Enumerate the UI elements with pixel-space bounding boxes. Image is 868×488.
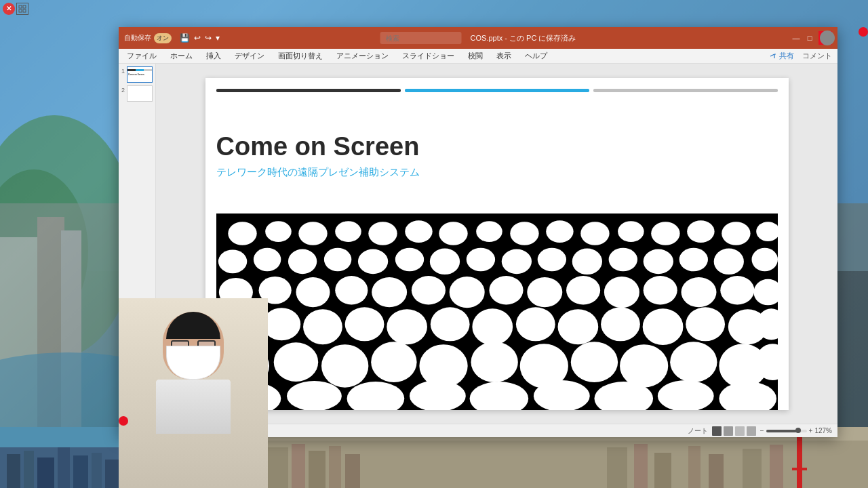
svg-point-87 xyxy=(286,381,341,410)
menu-review[interactable]: 校閲 xyxy=(465,49,486,62)
svg-point-66 xyxy=(472,308,513,345)
close-icon[interactable]: ✕ xyxy=(3,3,15,15)
toolbar-icons: 💾 ↩ ↪ ▾ xyxy=(180,33,220,43)
svg-point-63 xyxy=(344,307,384,341)
maximize-button[interactable]: □ xyxy=(805,33,814,43)
share-icon xyxy=(769,52,777,60)
reading-view-icon[interactable] xyxy=(735,426,745,436)
svg-point-19 xyxy=(439,222,467,245)
presentation-icon[interactable] xyxy=(747,426,756,436)
svg-point-29 xyxy=(218,249,246,273)
undo-icon[interactable]: ↩ xyxy=(194,33,201,43)
svg-point-37 xyxy=(501,249,531,274)
svg-rect-99 xyxy=(37,458,54,488)
svg-rect-106 xyxy=(268,447,288,488)
menu-view[interactable]: 表示 xyxy=(494,49,514,62)
svg-point-49 xyxy=(372,277,407,306)
menu-animations[interactable]: アニメーション xyxy=(334,49,391,62)
svg-point-68 xyxy=(557,309,598,344)
svg-rect-121 xyxy=(770,445,783,488)
top-window-controls: ✕ xyxy=(0,0,41,17)
view-icons xyxy=(712,426,756,436)
svg-point-67 xyxy=(515,307,555,341)
svg-point-21 xyxy=(510,222,538,245)
autosave-area: 自動保存 オン xyxy=(124,33,172,43)
svg-point-40 xyxy=(608,247,637,271)
window-title: COS.pptx - この PC に保存済み xyxy=(380,32,576,44)
notes-button[interactable]: ノート xyxy=(688,426,708,436)
svg-point-31 xyxy=(288,249,316,274)
svg-point-24 xyxy=(618,221,644,242)
menu-file[interactable]: ファイル xyxy=(124,49,159,62)
slide-sorter-icon[interactable] xyxy=(724,426,733,436)
presenter-body xyxy=(156,380,231,434)
progress-bar-1 xyxy=(216,89,401,92)
share-button[interactable]: 共有 xyxy=(769,51,794,61)
svg-point-51 xyxy=(449,277,484,308)
svg-point-82 xyxy=(620,344,668,388)
autosave-toggle[interactable]: オン xyxy=(154,33,172,43)
menu-insert[interactable]: 挿入 xyxy=(203,49,224,62)
slide-number-1: 1 xyxy=(121,68,125,75)
menu-home[interactable]: ホーム xyxy=(167,49,195,62)
svg-point-48 xyxy=(335,276,368,304)
menu-design[interactable]: デザイン xyxy=(232,49,267,62)
slide-thumb-2[interactable]: 2 xyxy=(121,85,153,102)
zoom-in-button[interactable]: + xyxy=(809,427,813,434)
menu-help[interactable]: ヘルプ xyxy=(522,49,550,62)
menu-slideshow[interactable]: スライドショー xyxy=(399,49,457,62)
svg-point-55 xyxy=(604,277,639,308)
slide-number-2: 2 xyxy=(121,87,125,94)
zoom-control: − + 127% xyxy=(760,427,832,434)
svg-rect-115 xyxy=(607,447,627,488)
svg-rect-108 xyxy=(309,451,326,488)
zoom-level: 127% xyxy=(814,427,832,434)
window-controls: — □ ✕ xyxy=(791,31,832,45)
svg-point-71 xyxy=(686,307,725,341)
search-input[interactable] xyxy=(380,32,462,44)
svg-rect-118 xyxy=(688,446,701,488)
svg-point-26 xyxy=(687,220,714,243)
svg-point-27 xyxy=(722,222,750,245)
normal-view-icon[interactable] xyxy=(712,426,722,436)
slide-thumbnail-1[interactable]: Come on Screen xyxy=(127,66,153,83)
slide-main-title: Come on Screen xyxy=(216,132,420,161)
user-area xyxy=(820,30,835,45)
progress-bar-3 xyxy=(593,89,778,92)
save-icon[interactable]: 💾 xyxy=(180,33,190,43)
city-scene-left xyxy=(0,427,119,488)
svg-point-77 xyxy=(371,342,416,382)
svg-point-13 xyxy=(228,222,256,245)
svg-point-14 xyxy=(265,221,292,242)
slide-content: Come on Screen テレワーク時代の遠隔プレゼン補助システム xyxy=(205,78,789,410)
svg-point-65 xyxy=(430,307,469,341)
svg-point-34 xyxy=(395,247,423,271)
menu-right: 共有 コメント xyxy=(769,51,832,61)
svg-point-56 xyxy=(643,276,677,304)
svg-point-42 xyxy=(679,247,707,271)
slide-thumb-1[interactable]: 1 Come on Screen xyxy=(121,66,153,83)
comment-button[interactable]: コメント xyxy=(802,51,832,61)
slide-thumbnail-2[interactable] xyxy=(127,85,153,102)
svg-point-62 xyxy=(303,309,342,344)
svg-point-23 xyxy=(580,222,609,245)
more-icon[interactable]: ▾ xyxy=(216,33,220,43)
svg-point-18 xyxy=(405,220,432,243)
svg-point-79 xyxy=(471,342,517,382)
svg-rect-101 xyxy=(73,455,88,488)
redo-icon[interactable]: ↪ xyxy=(205,33,212,43)
svg-point-58 xyxy=(720,276,754,304)
zoom-slider[interactable] xyxy=(766,430,807,432)
zoom-out-button[interactable]: − xyxy=(760,427,764,434)
menu-transitions[interactable]: 画面切り替え xyxy=(275,49,326,62)
presenter-head xyxy=(163,312,224,380)
svg-point-36 xyxy=(466,247,494,271)
svg-point-20 xyxy=(476,221,502,242)
svg-point-50 xyxy=(411,276,445,304)
slide-progress-bars xyxy=(216,89,778,92)
minimize-button[interactable]: — xyxy=(791,33,801,43)
svg-point-30 xyxy=(253,247,280,271)
grid-icon[interactable] xyxy=(16,3,28,15)
progress-bar-2 xyxy=(405,89,589,92)
recording-indicator-bottom xyxy=(119,416,128,426)
